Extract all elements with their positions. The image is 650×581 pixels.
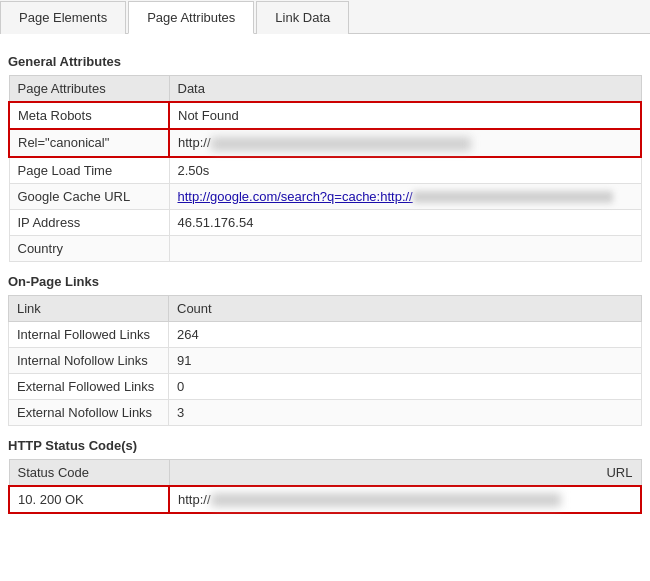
table-row: External Nofollow Links 3 — [9, 399, 642, 425]
table-row: Page Load Time 2.50s — [9, 157, 641, 184]
general-col2-header: Data — [169, 76, 641, 103]
table-row: Country — [9, 235, 641, 261]
on-page-links-header: On-Page Links — [8, 274, 642, 289]
meta-robots-label: Meta Robots — [9, 102, 169, 129]
external-followed-value: 0 — [169, 373, 642, 399]
ip-address-label: IP Address — [9, 209, 169, 235]
page-load-label: Page Load Time — [9, 157, 169, 184]
internal-followed-label: Internal Followed Links — [9, 321, 169, 347]
table-row: Internal Followed Links 264 — [9, 321, 642, 347]
status-col1-header: Status Code — [9, 459, 169, 486]
internal-followed-value: 264 — [169, 321, 642, 347]
tab-link-data[interactable]: Link Data — [256, 1, 349, 34]
external-nofollow-value: 3 — [169, 399, 642, 425]
table-row: Google Cache URL http://google.com/searc… — [9, 183, 641, 209]
rel-canonical-url-prefix: http:// — [178, 135, 211, 150]
on-page-links-table: Link Count Internal Followed Links 264 I… — [8, 295, 642, 426]
internal-nofollow-label: Internal Nofollow Links — [9, 347, 169, 373]
links-col1-header: Link — [9, 295, 169, 321]
general-col1-header: Page Attributes — [9, 76, 169, 103]
table-row: IP Address 46.51.176.54 — [9, 209, 641, 235]
google-cache-link[interactable]: http://google.com/search?q=cache:http:// — [178, 189, 413, 204]
ip-address-value: 46.51.176.54 — [169, 209, 641, 235]
rel-canonical-label: Rel="canonical" — [9, 129, 169, 157]
rel-canonical-value: http:// — [169, 129, 641, 157]
general-attributes-header: General Attributes — [8, 54, 642, 69]
status-url-value: http:// — [169, 486, 641, 514]
status-code-value: 10. 200 OK — [9, 486, 169, 514]
status-url-prefix: http:// — [178, 492, 211, 507]
google-cache-value: http://google.com/search?q=cache:http:// — [169, 183, 641, 209]
main-content: General Attributes Page Attributes Data … — [0, 34, 650, 524]
table-row: External Followed Links 0 — [9, 373, 642, 399]
status-url-blurred — [211, 493, 561, 507]
tab-page-attributes[interactable]: Page Attributes — [128, 1, 254, 34]
links-col2-header: Count — [169, 295, 642, 321]
google-cache-url-blurred — [413, 191, 613, 203]
rel-canonical-url-blurred — [211, 137, 471, 151]
external-followed-label: External Followed Links — [9, 373, 169, 399]
google-cache-label: Google Cache URL — [9, 183, 169, 209]
status-col2-header: URL — [169, 459, 641, 486]
tab-page-elements[interactable]: Page Elements — [0, 1, 126, 34]
table-row: Internal Nofollow Links 91 — [9, 347, 642, 373]
tab-bar: Page Elements Page Attributes Link Data — [0, 0, 650, 34]
meta-robots-value: Not Found — [169, 102, 641, 129]
table-row: Rel="canonical" http:// — [9, 129, 641, 157]
country-value — [169, 235, 641, 261]
page-load-value: 2.50s — [169, 157, 641, 184]
internal-nofollow-value: 91 — [169, 347, 642, 373]
http-status-table: Status Code URL 10. 200 OK http:// — [8, 459, 642, 515]
table-row: 10. 200 OK http:// — [9, 486, 641, 514]
general-attributes-table: Page Attributes Data Meta Robots Not Fou… — [8, 75, 642, 262]
external-nofollow-label: External Nofollow Links — [9, 399, 169, 425]
http-status-header: HTTP Status Code(s) — [8, 438, 642, 453]
country-label: Country — [9, 235, 169, 261]
table-row: Meta Robots Not Found — [9, 102, 641, 129]
